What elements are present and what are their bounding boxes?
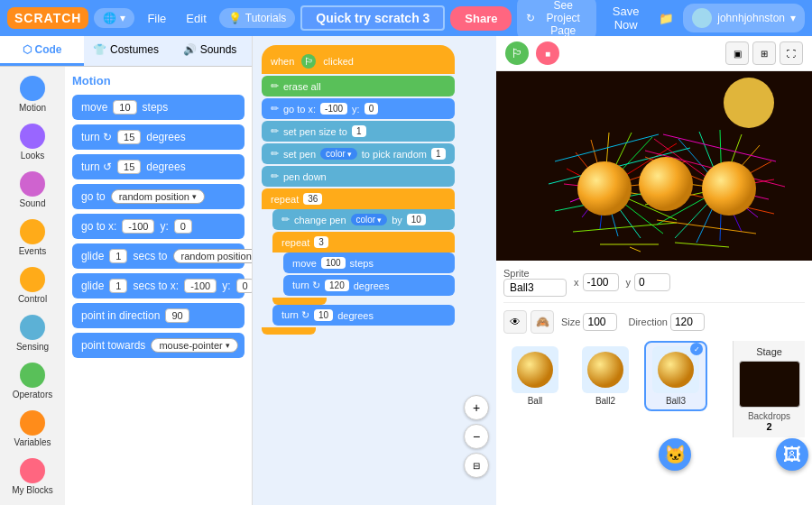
sprite-ball[interactable]: Ball [503, 341, 567, 411]
block-repeat-3[interactable]: repeat 3 [272, 232, 455, 252]
block-turn-left[interactable]: turn ↺ 15 degrees [72, 154, 245, 179]
y-input[interactable] [634, 273, 670, 291]
script-area: when 🏳 clicked ✏ erase all ✏ go to x: -1… [253, 36, 496, 505]
zoom-out-button[interactable]: − [464, 424, 489, 449]
block-point-direction[interactable]: point in direction 90 [72, 303, 245, 328]
pencil-icon: ✏ [271, 80, 279, 92]
categories-panel: Motion Looks Sound Events Control [0, 67, 65, 505]
pencil-icon4: ✏ [271, 148, 279, 160]
svg-point-51 [702, 161, 756, 216]
sprite-bottom: Ball Ball2 [503, 341, 805, 437]
stop-icon: ■ [545, 49, 550, 59]
direction-label: Direction [628, 317, 667, 327]
large-stage-button[interactable]: ⊞ [752, 41, 776, 65]
green-flag-button[interactable]: 🏳 [505, 41, 529, 65]
pencil-icon5: ✏ [271, 170, 279, 182]
scratch-logo[interactable]: SCRATCH [7, 7, 88, 29]
block-inner-turn-120[interactable]: turn ↻ 120 degrees [283, 275, 455, 296]
backdrops-label: Backdrops [748, 411, 790, 421]
small-stage-button[interactable]: ▣ [725, 41, 749, 65]
selected-indicator: ✓ [690, 343, 703, 355]
block-glide-xy[interactable]: glide 1 secs to x: -100 y: 0 [72, 273, 245, 298]
tab-code[interactable]: ⬡ Code [0, 36, 84, 66]
sprite-label: Sprite [503, 268, 567, 279]
block-set-pen-size[interactable]: ✏ set pen size to 1 [262, 121, 455, 142]
stage-thumb-area: Stage Backdrops 2 [733, 341, 805, 437]
motion-dot [20, 76, 45, 101]
block-turn-10[interactable]: turn ↻ 10 degrees [272, 305, 455, 326]
svg-point-54 [658, 352, 694, 388]
category-motion[interactable]: Motion [4, 72, 61, 116]
block-change-pen-color[interactable]: ✏ change pen color by 10 [272, 209, 455, 230]
show-button[interactable]: 👁 [503, 310, 527, 334]
zoom-reset-button[interactable]: ⊟ [464, 453, 489, 478]
save-now-button[interactable]: Save Now [602, 1, 650, 35]
user-menu-button[interactable]: johnhjohnston ▾ [683, 4, 805, 32]
sprite-ball-label: Ball [528, 396, 543, 406]
size-input[interactable] [583, 313, 617, 331]
costume-icon: 👕 [93, 43, 106, 56]
zoom-controls: + − ⊟ [464, 395, 489, 478]
globe-icon: 🌐 [103, 12, 116, 24]
block-move-steps[interactable]: move 10 steps [72, 95, 245, 120]
add-sprite-button[interactable]: 🐱 [659, 438, 691, 471]
svg-point-53 [587, 352, 623, 388]
category-looks[interactable]: Looks [4, 120, 61, 164]
sprite-ball3-image: ✓ [652, 346, 699, 393]
block-point-towards[interactable]: point towards mouse-pointer [72, 333, 245, 358]
add-backdrop-button[interactable]: 🖼 [776, 438, 808, 471]
block-when-clicked[interactable]: when 🏳 clicked [262, 45, 455, 74]
svg-point-49 [577, 161, 632, 216]
category-operators[interactable]: Operators [4, 359, 61, 403]
lightbulb-icon: 💡 [228, 12, 242, 24]
stage-layout-buttons: ▣ ⊞ ⛶ [725, 41, 803, 65]
script-container[interactable]: when 🏳 clicked ✏ erase all ✏ go to x: -1… [253, 36, 496, 505]
folder-button[interactable]: 📁 [655, 8, 678, 29]
category-variables[interactable]: Variables [4, 407, 61, 451]
block-erase-all[interactable]: ✏ erase all [262, 76, 455, 96]
file-menu[interactable]: File [140, 8, 173, 29]
category-sound[interactable]: Sound [4, 168, 61, 212]
block-script-goto-xy[interactable]: ✏ go to x: -100 y: 0 [262, 98, 455, 119]
hide-button[interactable]: 🙈 [531, 310, 554, 334]
y-label: y [626, 277, 632, 288]
pencil-icon2: ✏ [271, 103, 279, 115]
category-control[interactable]: Control [4, 263, 61, 308]
block-repeat-36[interactable]: repeat 36 [262, 188, 455, 209]
category-myblocks[interactable]: My Blocks [4, 454, 61, 499]
tab-costumes[interactable]: 👕 Costumes [84, 36, 168, 66]
block-inner-move[interactable]: move 100 steps [283, 252, 455, 273]
top-navigation: SCRATCH 🌐▾ File Edit 💡 Tutorials Share ↻… [0, 0, 812, 36]
edit-menu[interactable]: Edit [179, 8, 213, 29]
stage-thumbnail[interactable] [739, 361, 800, 408]
share-button[interactable]: Share [450, 6, 512, 31]
block-glide-random[interactable]: glide 1 secs to random position [72, 243, 245, 269]
sprite-name-input[interactable] [503, 279, 567, 297]
project-title-input[interactable] [300, 5, 445, 31]
repeat-3-end [272, 298, 327, 305]
tab-sounds[interactable]: 🔊 Sounds [168, 36, 252, 66]
code-icon: ⬡ [23, 43, 32, 56]
fullscreen-button[interactable]: ⛶ [780, 41, 803, 65]
tutorials-button[interactable]: 💡 Tutorials [219, 8, 296, 28]
zoom-in-button[interactable]: + [464, 395, 489, 420]
stage-canvas [496, 71, 812, 261]
block-goto-xy[interactable]: go to x: -100 y: 0 [72, 214, 245, 239]
visibility-buttons: 👁 🙈 [503, 310, 554, 334]
globe-button[interactable]: 🌐▾ [94, 8, 134, 28]
category-sensing[interactable]: Sensing [4, 311, 61, 355]
block-pen-down[interactable]: ✏ pen down [262, 166, 455, 187]
block-goto-random[interactable]: go to random position [72, 184, 245, 209]
repeat-36-end [262, 327, 316, 335]
x-input[interactable] [583, 273, 619, 291]
stage-controls: 🏳 ■ ▣ ⊞ ⛶ [496, 36, 812, 71]
block-turn-right[interactable]: turn ↻ 15 degrees [72, 124, 245, 150]
left-panel: ⬡ Code 👕 Costumes 🔊 Sounds Motion [0, 36, 253, 505]
category-events[interactable]: Events [4, 216, 61, 260]
direction-input[interactable] [670, 313, 705, 331]
stop-button[interactable]: ■ [536, 41, 559, 65]
blocks-area: Motion Looks Sound Events Control [0, 67, 252, 505]
sprite-ball3[interactable]: ✓ Ball3 [644, 341, 707, 411]
sprite-ball2[interactable]: Ball2 [574, 341, 637, 411]
block-set-pen-color[interactable]: ✏ set pen color to pick random 1 [262, 143, 455, 164]
